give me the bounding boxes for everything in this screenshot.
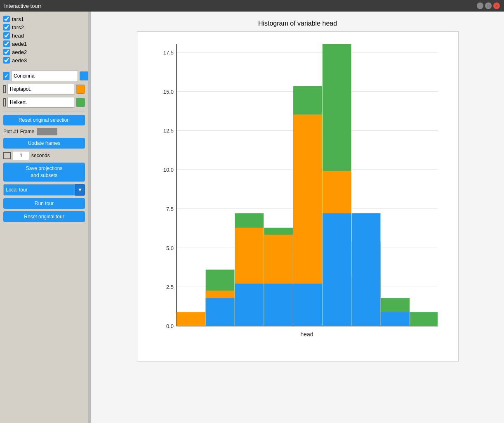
var-row-aede2: aede2 [3,49,85,55]
species-checkbox-heptapot[interactable] [3,85,6,93]
reset-selection-button[interactable]: Reset original selection [3,115,85,125]
save-projections-button[interactable]: Save projections and subsets [3,163,85,182]
histogram-svg: 0.0 2.5 5.0 7.5 10.0 12.5 15.0 17.5 20.0 [162,40,442,336]
x-axis-label: head [300,331,313,336]
svg-text:12.5: 12.5 [163,128,173,134]
var-checkbox-aede3[interactable] [3,57,10,64]
maximize-button[interactable]: □ [485,2,492,9]
var-row-aede3: aede3 [3,57,85,64]
var-checkbox-head[interactable] [3,32,10,39]
svg-text:17.5: 17.5 [163,50,173,56]
species-color-heikert[interactable] [76,98,85,107]
content-area: Histogram of variable head 0.0 2.5 5.0 7… [91,12,504,423]
close-button[interactable]: × [493,2,500,9]
svg-text:10.0: 10.0 [163,167,173,173]
var-label-aede1: aede1 [12,41,27,47]
svg-text:7.5: 7.5 [166,206,173,212]
var-row-head: head [3,32,85,39]
species-row-concinna [3,71,85,81]
var-row-tars1: tars1 [3,16,85,22]
reset-tour-button[interactable]: Reset original tour [3,211,85,222]
bar-8-green [410,312,438,326]
species-checkbox-concinna[interactable] [3,72,9,80]
var-label-tars2: tars2 [12,24,24,31]
species-row-heikert [3,97,85,108]
bar-4-blue [293,284,322,326]
minimize-button[interactable]: − [477,2,483,9]
var-row-tars2: tars2 [3,24,85,31]
species-input-concinna[interactable] [11,71,78,81]
var-checkbox-aede1[interactable] [3,40,10,47]
species-color-concinna[interactable] [80,71,89,80]
svg-text:0.0: 0.0 [166,323,173,329]
var-checkbox-tars1[interactable] [3,16,10,22]
var-label-aede3: aede3 [12,57,27,64]
app-title: Interactive tourr [4,3,41,9]
main-layout: tars1 tars2 head aede1 aede2 aede3 [0,12,504,423]
var-label-tars1: tars1 [12,16,24,22]
svg-text:2.5: 2.5 [166,284,173,290]
local-tour-dropdown-arrow[interactable]: ▼ [75,184,85,196]
divider-2 [3,111,85,111]
chart-container: 0.0 2.5 5.0 7.5 10.0 12.5 15.0 17.5 20.0 [137,31,459,362]
bar-0-orange [176,312,205,326]
species-input-heikert[interactable] [7,97,74,108]
seconds-checkbox[interactable] [3,152,11,159]
chart-title: Histogram of variable head [258,20,337,27]
window-controls: − □ × [477,2,500,9]
var-checkbox-tars2[interactable] [3,24,10,31]
bar-7-blue [381,312,410,326]
plot-frame-row: Plot #1 Frame [3,128,85,135]
plot-frame-label: Plot #1 Frame [3,129,34,135]
var-row-aede1: aede1 [3,40,85,47]
species-row-heptapot [3,84,85,95]
svg-text:15.0: 15.0 [163,89,173,95]
local-tour-row: Local tour Grand tour Guided tour ▼ [3,184,85,196]
divider-1 [3,67,85,67]
titlebar: Interactive tourr − □ × [0,0,504,12]
bar-2-blue [235,284,264,326]
species-color-heptapot[interactable] [76,85,85,94]
species-checkbox-heikert[interactable] [3,98,6,106]
var-checkbox-aede2[interactable] [3,49,10,55]
bar-5-blue [322,213,351,326]
run-tour-button[interactable]: Run tour [3,198,85,209]
bar-6-blue [351,213,380,326]
sidebar: tars1 tars2 head aede1 aede2 aede3 [0,12,89,423]
var-label-head: head [12,33,24,39]
svg-text:5.0: 5.0 [166,245,173,251]
seconds-input[interactable] [13,151,29,160]
local-tour-select[interactable]: Local tour Grand tour Guided tour [3,184,75,196]
species-input-heptapot[interactable] [7,84,74,95]
bar-1-blue [205,298,234,326]
seconds-row: seconds [3,151,85,160]
update-frames-button[interactable]: Update frames [3,138,85,149]
seconds-label: seconds [31,153,50,158]
var-label-aede2: aede2 [12,49,27,55]
bar-3-blue [264,284,293,326]
frame-slider[interactable] [37,128,57,135]
